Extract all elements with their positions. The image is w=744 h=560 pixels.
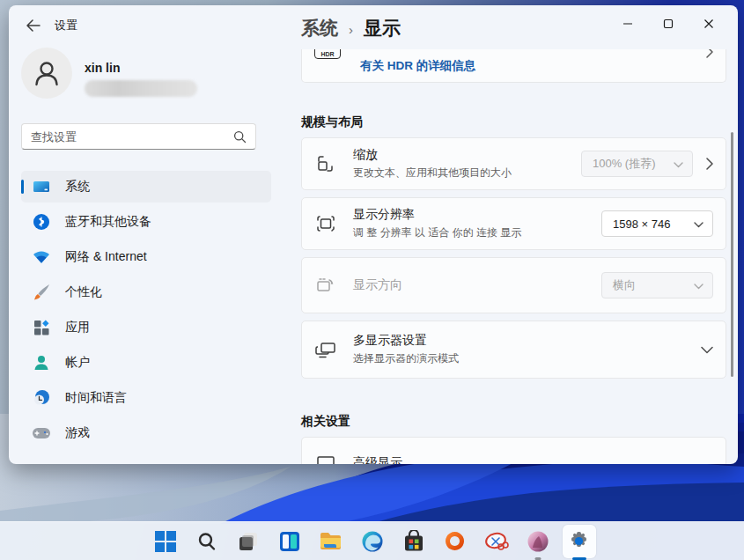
settings-search[interactable] [21,123,256,150]
time-language-icon [32,388,51,408]
sidebar-item-apps[interactable]: 应用 [21,312,271,343]
maximize-button[interactable] [648,12,689,35]
resolution-dropdown[interactable]: 1598 × 746 [601,210,713,237]
search-input[interactable] [31,130,233,144]
hdr-badge-icon: HDR [314,49,341,59]
apps-icon [32,318,51,337]
store-icon [402,530,425,553]
main-pane: 系统 › 显示 HDR 有关 HDR 的详细信息 规模与布局 缩放 [284,5,738,464]
user-profile[interactable]: xin lin [21,48,197,99]
file-explorer-button[interactable] [318,527,344,556]
taskbar [0,521,744,560]
breadcrumb: 系统 › 显示 [301,16,401,41]
bluetooth-icon [32,212,51,232]
task-view-icon [237,530,260,553]
windows-logo-icon [155,531,176,552]
multi-display-card[interactable]: 多显示器设置 选择显示器的演示模式 [301,321,726,379]
sidebar-item-network[interactable]: 网络 & Internet [21,241,271,273]
advanced-display-icon [314,452,337,464]
widgets-icon [278,530,301,553]
store-button[interactable] [401,527,427,556]
orientation-value: 横向 [613,277,636,293]
multi-display-icon [314,338,337,361]
user-name: xin lin [85,61,197,75]
sidebar-item-label: 个性化 [65,284,102,300]
resolution-card[interactable]: 显示分辨率 调 整 分辨率 以 适合 你的 连接 显示 1598 × 746 [301,197,726,250]
sidebar-nav: 系统 蓝牙和其他设备 网络 & Internet 个性化 [21,171,271,449]
system-icon [32,177,51,196]
sidebar-item-personalization[interactable]: 个性化 [21,276,271,308]
back-button[interactable] [25,18,41,33]
scale-title: 缩放 [353,147,581,163]
sidebar-item-label: 系统 [65,179,90,195]
sidebar-item-label: 帐户 [65,355,90,371]
avatar [21,48,72,99]
desktop: { "window": { "title": "设置", "breadcrumb… [0,0,744,560]
sidebar-item-label: 网络 & Internet [65,249,147,265]
office-button[interactable] [442,527,468,556]
orientation-dropdown: 横向 [601,272,713,298]
resolution-subtitle: 调 整 分辨率 以 适合 你的 连接 显示 [353,225,601,240]
settings-gear-icon [567,529,591,553]
screen-clip-button[interactable] [483,527,510,556]
chevron-down-icon [694,279,703,292]
scrollbar-thumb[interactable] [731,132,733,377]
hdr-details-link[interactable]: 有关 HDR 的详细信息 [360,58,475,74]
scissors-clip-icon [484,530,509,553]
search-icon [233,130,247,144]
orientation-icon [314,274,337,297]
sidebar-item-label: 应用 [65,320,90,335]
close-button[interactable] [689,12,729,35]
chevron-down-icon [674,158,683,171]
settings-taskbar-button[interactable] [566,527,593,556]
search-icon [196,531,217,552]
sidebar-item-time-language[interactable]: 时间和语言 [21,382,271,414]
multi-display-subtitle: 选择显示器的演示模式 [353,351,701,366]
file-explorer-icon [319,529,343,553]
scale-card[interactable]: 缩放 更改文本、应用和其他项目的大小 100% (推荐) [301,137,726,190]
network-wifi-icon [32,247,51,267]
breadcrumb-system[interactable]: 系统 [301,16,338,41]
chevron-right-icon [705,49,713,62]
titlebar: 设置 [25,18,77,33]
running-indicator [534,557,541,560]
sidebar: 设置 xin lin 系统 [9,5,284,464]
sidebar-item-bluetooth-devices[interactable]: 蓝牙和其他设备 [21,206,271,238]
widgets-button[interactable] [276,527,303,556]
orientation-card: 显示方向 横向 [301,257,726,313]
section-related-settings: 相关设置 [301,414,726,430]
accounts-icon [32,353,51,372]
profile-app-button[interactable] [525,527,551,556]
edge-icon [361,530,384,553]
profile-app-icon [527,530,549,553]
sidebar-item-gaming[interactable]: 游戏 [21,417,271,449]
minimize-button[interactable] [608,12,648,35]
hdr-info-card[interactable]: HDR 有关 HDR 的详细信息 [301,49,726,83]
sidebar-item-label: 游戏 [65,425,90,441]
settings-window: 设置 xin lin 系统 [9,5,738,464]
resolution-title: 显示分辨率 [353,207,601,223]
app-title: 设置 [55,18,77,33]
scale-value: 100% (推荐) [593,156,656,172]
edge-button[interactable] [359,527,386,556]
paintbrush-icon [32,283,51,302]
resolution-value: 1598 × 746 [613,217,670,231]
user-email-redacted [85,80,197,97]
scale-icon [314,152,337,175]
scale-dropdown: 100% (推荐) [581,151,693,177]
sidebar-item-system[interactable]: 系统 [21,171,271,203]
window-controls [608,12,729,35]
sidebar-item-accounts[interactable]: 帐户 [21,347,271,379]
page-title: 显示 [364,16,401,41]
start-button[interactable] [152,527,179,556]
taskbar-search-button[interactable] [194,527,220,556]
chevron-right-icon [705,158,713,170]
task-view-button[interactable] [235,527,262,556]
gaming-icon [32,424,51,443]
chevron-down-icon[interactable] [701,346,713,354]
advanced-display-card[interactable]: 高级显示 [301,437,726,464]
advanced-display-title: 高级显示 [353,455,713,464]
office-icon [444,530,466,552]
orientation-title: 显示方向 [353,277,601,293]
back-arrow-icon [26,19,41,32]
